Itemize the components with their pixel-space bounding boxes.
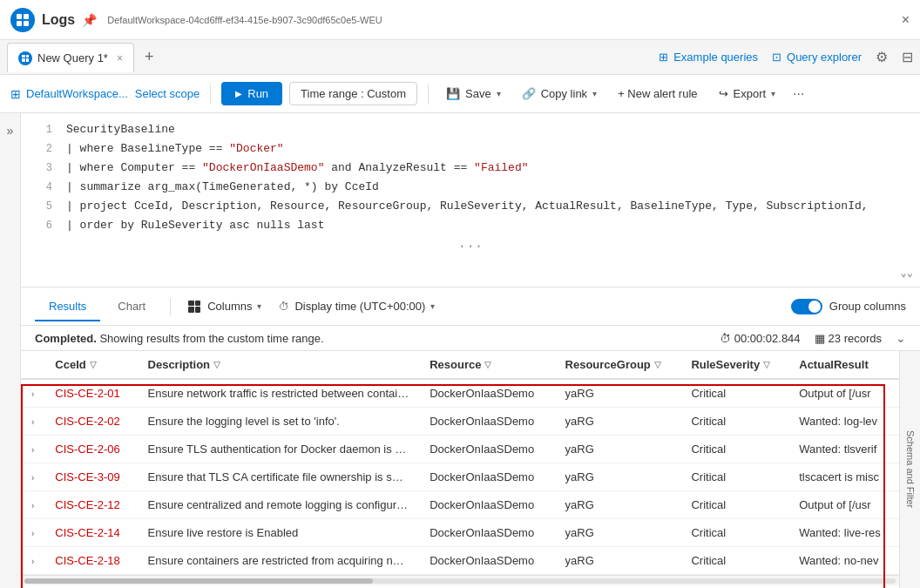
table-row[interactable]: › CIS-CE-2-14 Ensure live restore is Ena…	[21, 519, 899, 547]
scroll-track	[24, 578, 896, 584]
expand-col-header	[21, 351, 44, 379]
expand-results-icon[interactable]: ⌄	[896, 331, 906, 345]
resource-cell: DockerOnIaaSDemo	[419, 408, 554, 436]
horizontal-scrollbar[interactable]	[21, 575, 899, 585]
run-icon: ▶	[235, 89, 242, 98]
table-row[interactable]: › CIS-CE-2-12 Ensure centralized and rem…	[21, 491, 899, 519]
expand-cell[interactable]: ›	[21, 408, 44, 436]
workspace-label: DefaultWorkspace...	[26, 87, 128, 100]
schema-and-filter-panel[interactable]: Schema and Filter	[899, 351, 920, 588]
display-time-dropdown-arrow: ▾	[430, 301, 435, 311]
desc-cell: Ensure centralized and remote logging is…	[138, 491, 420, 519]
status-message: Completed. Showing results from the cust…	[35, 332, 324, 345]
columns-dropdown-arrow: ▾	[257, 301, 261, 311]
cceid-filter-icon[interactable]: ▽	[90, 360, 97, 369]
settings-icon[interactable]: ⚙	[876, 49, 888, 65]
app-icon	[10, 8, 35, 32]
layout-icon[interactable]: ⊟	[902, 49, 913, 65]
severity-cell: Critical	[680, 547, 788, 575]
clock-icon: ⏱	[279, 301, 289, 313]
table-row[interactable]: › CIS-CE-2-06 Ensure TLS authentication …	[21, 436, 899, 463]
severity-cell: Critical	[680, 408, 788, 436]
save-button[interactable]: 💾 Save ▾	[439, 84, 508, 104]
resource-filter-icon[interactable]: ▽	[484, 360, 491, 369]
collapse-icon[interactable]: »	[3, 120, 17, 141]
cceid-cell: CIS-CE-2-06	[44, 436, 137, 463]
group-columns-label: Group columns	[829, 300, 906, 313]
severity-filter-icon[interactable]: ▽	[763, 360, 770, 369]
cceid-cell: CIS-CE-2-12	[44, 491, 137, 519]
query-explorer-button[interactable]: ⊡ Query explorer	[772, 51, 862, 64]
tab-bar-right: ⊞ Example queries ⊡ Query explorer ⚙ ⊟	[659, 49, 913, 65]
expand-cell[interactable]: ›	[21, 463, 44, 491]
copy-link-dropdown-arrow: ▾	[592, 89, 597, 98]
severity-cell: Critical	[680, 436, 788, 463]
editor-area: 1 SecurityBaseline 2 | where BaselineTyp…	[21, 113, 920, 588]
code-line-3: 3 | where Computer == "DockerOnIaaSDemo"…	[21, 159, 920, 178]
copy-link-button[interactable]: 🔗 Copy link ▾	[515, 84, 604, 104]
expand-cell[interactable]: ›	[21, 491, 44, 519]
tab-close-button[interactable]: ×	[117, 52, 123, 64]
copy-link-icon: 🔗	[522, 87, 536, 100]
severity-cell: Critical	[680, 491, 788, 519]
resource-cell: DockerOnIaaSDemo	[419, 519, 554, 547]
tab-app-icon	[18, 51, 32, 65]
display-time-button[interactable]: ⏱ Display time (UTC+00:00) ▾	[272, 296, 442, 316]
new-alert-button[interactable]: + New alert rule	[611, 84, 704, 104]
desc-col-header: Description ▽	[138, 351, 420, 379]
workspace-button[interactable]: ⊞ DefaultWorkspace...	[10, 87, 128, 101]
export-button[interactable]: ↪ Export ▾	[712, 84, 783, 104]
result-cell: tlscacert is misc	[788, 463, 899, 491]
time-range-button[interactable]: Time range : Custom	[289, 82, 417, 105]
code-editor[interactable]: 1 SecurityBaseline 2 | where BaselineTyp…	[21, 113, 920, 287]
run-button[interactable]: ▶ Run	[221, 82, 282, 105]
run-label: Run	[247, 87, 268, 100]
tab-results[interactable]: Results	[35, 293, 100, 321]
expand-cell[interactable]: ›	[21, 519, 44, 547]
expand-cell[interactable]: ›	[21, 379, 44, 408]
expand-cell[interactable]: ›	[21, 547, 44, 575]
more-options-button[interactable]: ···	[789, 83, 808, 105]
close-button[interactable]: ×	[902, 12, 910, 28]
rg-filter-icon[interactable]: ▽	[654, 360, 661, 369]
table-row[interactable]: › CIS-CE-2-18 Ensure containers are rest…	[21, 547, 899, 575]
code-line-4: 4 | summarize arg_max(TimeGenerated, *) …	[21, 178, 920, 197]
toggle-thumb	[808, 301, 821, 313]
example-queries-button[interactable]: ⊞ Example queries	[659, 51, 758, 64]
expand-editor-icon[interactable]: ⌄⌄	[901, 267, 913, 280]
query-tab[interactable]: New Query 1* ×	[7, 43, 134, 72]
table-schema-container: CceId ▽ Description ▽	[21, 351, 920, 588]
query-explorer-icon: ⊡	[772, 51, 781, 64]
rg-cell: yaRG	[555, 379, 681, 408]
results-table: CceId ▽ Description ▽	[21, 351, 899, 575]
workspace-icon: ⊞	[10, 87, 21, 101]
columns-button[interactable]: Columns ▾	[181, 296, 268, 316]
desc-cell: Ensure live restore is Enabled	[138, 519, 420, 547]
tab-bar-left: New Query 1* × +	[7, 43, 160, 71]
select-scope-button[interactable]: Select scope	[135, 87, 200, 100]
result-cell: Wanted: tlsverif	[788, 436, 899, 463]
desc-filter-icon[interactable]: ▽	[213, 360, 220, 369]
rg-col-header: ResourceGroup ▽	[555, 351, 681, 379]
pin-icon[interactable]: 📌	[82, 13, 97, 27]
table-container[interactable]: CceId ▽ Description ▽	[21, 351, 899, 588]
group-columns-switch[interactable]	[791, 299, 822, 314]
rg-cell: yaRG	[555, 547, 681, 575]
table-row[interactable]: › CIS-CE-3-09 Ensure that TLS CA certifi…	[21, 463, 899, 491]
records-icon: ▦	[815, 332, 825, 345]
toolbar: ⊞ DefaultWorkspace... Select scope ▶ Run…	[0, 75, 920, 113]
result-cell: Output of [/usr	[788, 379, 899, 408]
expand-cell[interactable]: ›	[21, 436, 44, 463]
table-row[interactable]: › CIS-CE-2-02 Ensure the logging level i…	[21, 408, 899, 436]
table-row[interactable]: › CIS-CE-2-01 Ensure network traffic is …	[21, 379, 899, 408]
cceid-cell: CIS-CE-2-01	[44, 379, 137, 408]
results-tabs: Results Chart Columns ▾	[21, 287, 920, 326]
toolbar-divider-2	[428, 84, 429, 105]
tab-chart[interactable]: Chart	[104, 293, 159, 321]
save-label: Save	[465, 87, 491, 100]
severity-cell: Critical	[680, 463, 788, 491]
cceid-cell: CIS-CE-2-14	[44, 519, 137, 547]
sidebar-toggle[interactable]: »	[0, 113, 21, 588]
add-tab-button[interactable]: +	[138, 44, 161, 70]
rg-cell: yaRG	[555, 436, 681, 463]
